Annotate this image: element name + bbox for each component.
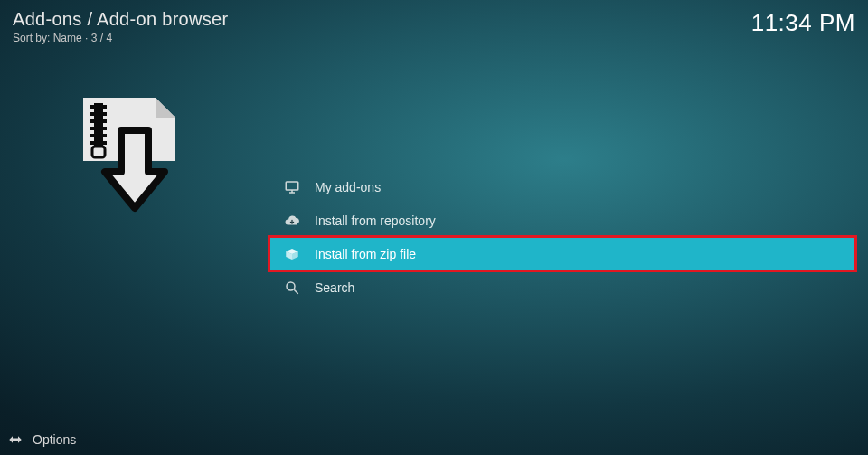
svg-rect-6 <box>103 119 107 123</box>
header-left: Add-ons / Add-on browser Sort by: Name ·… <box>13 9 228 44</box>
svg-rect-4 <box>103 112 107 116</box>
menu-item-label: Search <box>315 280 354 295</box>
svg-rect-3 <box>90 112 94 116</box>
menu-item-search[interactable]: Search <box>269 270 855 304</box>
svg-rect-8 <box>103 127 107 130</box>
svg-line-18 <box>294 289 298 294</box>
sort-separator: · <box>85 32 91 44</box>
sort-line: Sort by: Name · 3 / 4 <box>13 32 228 44</box>
svg-rect-2 <box>103 105 107 109</box>
arrows-horizontal-icon <box>7 431 24 448</box>
footer-options[interactable]: Options <box>7 431 76 448</box>
menu-item-label: My add-ons <box>315 180 381 194</box>
menu: My add-ons Install from repository Insta… <box>269 170 855 304</box>
svg-rect-9 <box>90 134 94 137</box>
sort-prefix: Sort by: <box>13 32 53 44</box>
menu-item-install-repository[interactable]: Install from repository <box>269 204 855 237</box>
footer-options-label: Options <box>33 432 76 447</box>
svg-rect-1 <box>90 105 94 109</box>
clock: 11:34 PM <box>751 9 855 37</box>
breadcrumb: Add-ons / Add-on browser <box>13 9 228 30</box>
sort-field: Name <box>53 32 82 44</box>
cloud-download-icon <box>282 211 302 231</box>
menu-item-my-addons[interactable]: My add-ons <box>269 170 855 204</box>
install-zip-large-icon <box>63 90 190 217</box>
monitor-icon <box>282 177 302 197</box>
open-box-icon <box>282 244 302 264</box>
svg-rect-10 <box>103 134 107 137</box>
svg-rect-14 <box>286 182 298 190</box>
svg-rect-12 <box>103 141 107 145</box>
svg-rect-7 <box>90 127 94 130</box>
svg-rect-11 <box>90 141 94 145</box>
list-position: 3 / 4 <box>91 32 112 44</box>
svg-rect-5 <box>90 119 94 123</box>
search-icon <box>282 278 302 298</box>
svg-point-17 <box>287 282 295 290</box>
svg-rect-13 <box>92 147 105 157</box>
menu-item-label: Install from repository <box>315 213 436 228</box>
menu-item-install-zip[interactable]: Install from zip file <box>269 237 855 270</box>
menu-item-label: Install from zip file <box>315 247 416 261</box>
header: Add-ons / Add-on browser Sort by: Name ·… <box>13 9 855 44</box>
